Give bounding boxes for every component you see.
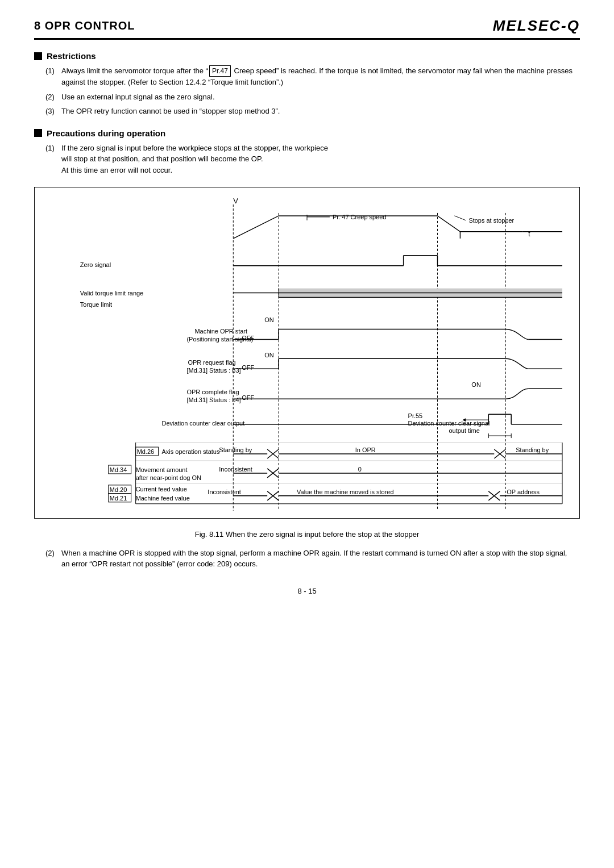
svg-line-6 <box>454 216 466 220</box>
item-text: When a machine OPR is stopped with the s… <box>61 548 569 570</box>
item-text: Use an external input signal as the zero… <box>61 91 215 103</box>
svg-text:In OPR: In OPR <box>355 446 376 453</box>
svg-text:Md.34: Md.34 <box>110 466 127 473</box>
svg-text:OP address: OP address <box>507 489 540 495</box>
item-num: (2) <box>45 91 61 103</box>
svg-text:Pr.55: Pr.55 <box>408 412 423 419</box>
svg-text:V: V <box>233 197 238 205</box>
item-num: (1) <box>45 143 61 176</box>
product-name: MELSEC-Q <box>493 17 580 35</box>
item-text: The OPR retry function cannot be used in… <box>61 106 280 117</box>
svg-text:Deviation counter clear output: Deviation counter clear output <box>162 420 245 427</box>
pr47-box: Pr.47 <box>209 65 231 77</box>
diagram-svg: V t Pr. 47 Creep speed Stops at stopper <box>40 193 574 511</box>
restrictions-heading: Restrictions <box>34 51 580 61</box>
list-item: (2) When a machine OPR is stopped with t… <box>45 548 569 570</box>
svg-text:Standing by: Standing by <box>219 446 252 453</box>
restrictions-list: (1) Always limit the servomotor torque a… <box>45 65 580 117</box>
svg-text:Valid torque limit range: Valid torque limit range <box>80 290 143 297</box>
svg-text:0: 0 <box>358 466 362 473</box>
svg-text:Value the machine moved is sto: Value the machine moved is stored <box>297 489 394 495</box>
svg-text:Pr. 47 Creep speed: Pr. 47 Creep speed <box>333 214 387 220</box>
svg-text:t: t <box>528 230 530 238</box>
figure-caption: Fig. 8.11 When the zero signal is input … <box>34 530 580 539</box>
svg-text:Md.21: Md.21 <box>110 495 127 502</box>
svg-text:Torque limit: Torque limit <box>80 301 112 308</box>
svg-text:OFF: OFF <box>242 335 254 341</box>
list-item: (3) The OPR retry function cannot be use… <box>45 106 580 117</box>
precautions-list: (1) If the zero signal is input before t… <box>45 143 580 176</box>
page-number: 8 - 15 <box>34 587 580 595</box>
svg-text:[Md.31] Status : b4]: [Md.31] Status : b4] <box>186 397 240 403</box>
svg-text:Inconsistent: Inconsistent <box>219 466 252 473</box>
svg-text:OPR complete flag: OPR complete flag <box>186 389 239 395</box>
item-num: (3) <box>45 106 61 117</box>
svg-text:output time: output time <box>449 427 479 434</box>
svg-text:after near-point dog ON: after near-point dog ON <box>136 474 201 481</box>
precautions-heading: Precautions during operation <box>34 128 580 138</box>
chapter-title: 8 OPR CONTROL <box>34 19 135 32</box>
svg-text:Current feed value: Current feed value <box>136 486 187 493</box>
svg-text:Movement amount: Movement amount <box>136 466 188 473</box>
list-item: (2) Use an external input signal as the … <box>45 91 580 103</box>
item-num: (1) <box>45 65 61 88</box>
svg-text:Zero signal: Zero signal <box>80 261 111 268</box>
svg-text:Md.20: Md.20 <box>110 486 127 493</box>
item-text: Always limit the servomotor torque after… <box>61 65 580 88</box>
svg-text:ON: ON <box>471 381 481 388</box>
svg-text:Stops at stopper: Stops at stopper <box>468 217 514 224</box>
svg-text:ON: ON <box>264 352 274 358</box>
svg-text:Axis operation status: Axis operation status <box>162 448 220 455</box>
svg-text:Machine feed value: Machine feed value <box>136 495 190 502</box>
item-text: If the zero signal is input before the w… <box>61 143 328 176</box>
svg-text:Machine OPR start: Machine OPR start <box>194 328 247 335</box>
svg-text:Standing by: Standing by <box>516 446 549 453</box>
list-item: (1) Always limit the servomotor torque a… <box>45 65 580 88</box>
svg-text:OFF: OFF <box>242 364 254 371</box>
timing-diagram: V t Pr. 47 Creep speed Stops at stopper <box>34 187 580 519</box>
list-item: (1) If the zero signal is input before t… <box>45 143 580 176</box>
note-paragraph: (2) When a machine OPR is stopped with t… <box>45 548 569 570</box>
svg-text:[Md.31] Status : b3]: [Md.31] Status : b3] <box>186 367 240 374</box>
svg-text:OPR request flag: OPR request flag <box>188 359 235 366</box>
item-num: (2) <box>45 548 61 570</box>
svg-text:Deviation counter clear signal: Deviation counter clear signal <box>408 420 490 427</box>
page-header: 8 OPR CONTROL MELSEC-Q <box>34 17 580 40</box>
svg-text:Inconsistent: Inconsistent <box>208 489 241 495</box>
svg-text:OFF: OFF <box>242 394 254 401</box>
page: 8 OPR CONTROL MELSEC-Q Restrictions (1) … <box>0 0 614 868</box>
svg-text:Md.26: Md.26 <box>137 448 155 455</box>
svg-text:ON: ON <box>264 317 274 324</box>
